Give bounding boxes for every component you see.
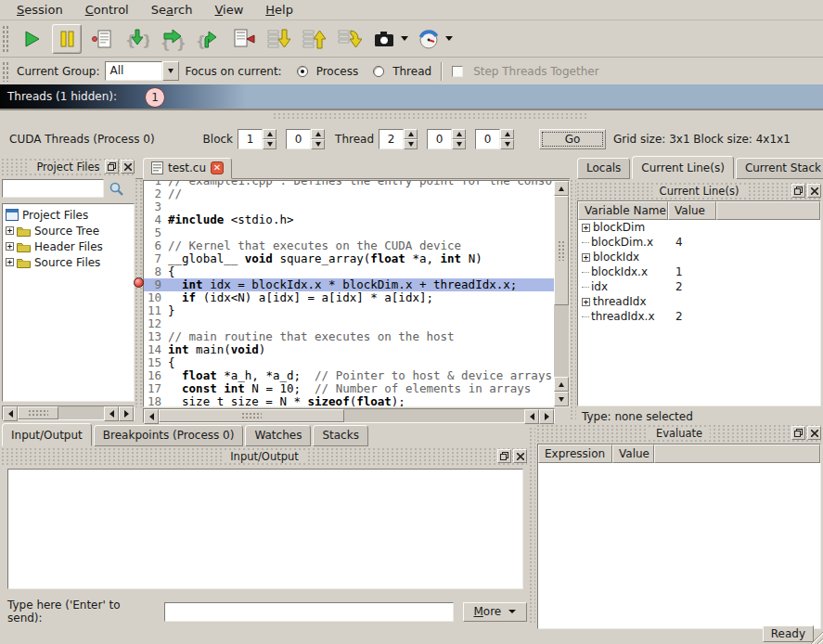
snapshot-dropdown-caret[interactable]	[401, 36, 408, 41]
scrollbar-thumb[interactable]	[554, 196, 569, 305]
expand-plus-icon[interactable]: +	[582, 298, 590, 306]
close-icon[interactable]	[807, 184, 821, 198]
code-line-16[interactable]: 16 float *a_h, *a_d; // Pointer to host …	[144, 369, 554, 382]
menu-control[interactable]: Control	[76, 1, 138, 19]
line-number[interactable]: 8	[144, 265, 168, 278]
spin-up-button[interactable]	[452, 129, 466, 139]
block-y-value[interactable]: 0	[286, 129, 311, 149]
code-line-9[interactable]: 9 int idx = blockIdx.x * blockDim.x + th…	[144, 278, 554, 291]
column-expression[interactable]: Expression	[538, 444, 612, 463]
vertical-splitter[interactable]	[571, 180, 576, 421]
line-number[interactable]: 10	[144, 291, 168, 304]
line-number[interactable]: 5	[144, 226, 168, 239]
cuda-go-button[interactable]: Go	[539, 129, 606, 149]
spin-up-button[interactable]	[263, 129, 276, 139]
expand-plus-icon[interactable]: +	[6, 226, 14, 235]
more-button[interactable]: More	[463, 602, 527, 622]
step-button[interactable]: {}	[158, 24, 187, 54]
project-files-hscrollbar[interactable]	[2, 406, 135, 420]
controlrow-drag-handle[interactable]	[2, 61, 9, 82]
block-x-spinner[interactable]: 1	[238, 129, 276, 149]
editor-splitter-strip[interactable]	[135, 180, 143, 407]
variable-row[interactable]: +threadIdx	[578, 294, 820, 309]
code-area[interactable]: 1// example1.cpp : Defines the entry poi…	[144, 181, 554, 406]
tab-watches[interactable]: Watches	[245, 425, 311, 446]
spin-down-button[interactable]	[452, 139, 466, 149]
menu-help[interactable]: Help	[256, 1, 302, 19]
spin-up-button[interactable]	[500, 129, 514, 139]
editor-vscrollbar[interactable]	[554, 181, 569, 406]
step-threads-checkbox[interactable]	[452, 66, 463, 77]
thread-z-value[interactable]: 0	[475, 129, 500, 149]
line-number[interactable]: 15	[144, 356, 168, 369]
line-number[interactable]: 17	[144, 382, 168, 395]
io-console[interactable]	[7, 469, 523, 589]
code-line-10[interactable]: 10 if (idx<N) a[idx] = a[idx] * a[idx];	[144, 291, 554, 304]
code-line-5[interactable]: 5	[144, 226, 554, 239]
undock-button[interactable]	[105, 160, 119, 174]
close-icon[interactable]	[121, 160, 135, 174]
replay-button[interactable]	[414, 24, 444, 54]
menu-view[interactable]: View	[205, 1, 252, 19]
tab-input-output[interactable]: Input/Output	[2, 423, 92, 446]
expand-plus-icon[interactable]: +	[6, 258, 14, 266]
scroll-left-button[interactable]	[3, 406, 18, 421]
thread-radio-label[interactable]: Thread	[392, 65, 431, 78]
variable-row[interactable]: +blockDim	[578, 220, 820, 235]
out-button[interactable]: {	[193, 24, 223, 54]
line-number[interactable]: 11	[144, 304, 168, 317]
thread-x-spinner[interactable]: 2	[379, 129, 418, 149]
thread-radio[interactable]	[373, 66, 384, 77]
code-line-14[interactable]: 14int main(void)	[144, 343, 554, 356]
thread-y-spinner[interactable]: 0	[427, 129, 466, 149]
thread-down-button[interactable]	[264, 24, 293, 54]
line-number[interactable]: 4	[144, 213, 168, 226]
code-line-13[interactable]: 13// main routine that executes on the h…	[144, 330, 554, 343]
spin-down-button[interactable]	[500, 139, 514, 149]
tab-close-icon[interactable]: ✕	[211, 161, 224, 174]
snapshot-button[interactable]	[369, 24, 399, 54]
current-group-combo[interactable]: All	[105, 61, 179, 81]
thread-z-spinner[interactable]: 0	[475, 129, 514, 149]
tab-breakpoints-process-0-[interactable]: Breakpoints (Process 0)	[94, 425, 244, 446]
block-y-spinner[interactable]: 0	[286, 129, 325, 149]
block-x-value[interactable]: 1	[238, 129, 263, 149]
code-line-2[interactable]: 2//	[144, 187, 554, 200]
search-icon[interactable]	[109, 181, 124, 197]
undock-button[interactable]	[791, 184, 805, 198]
line-number[interactable]: 16	[144, 369, 168, 382]
code-line-8[interactable]: 8{	[144, 265, 554, 278]
project-files-search-input[interactable]	[2, 179, 104, 198]
scroll-left-button[interactable]	[104, 406, 119, 421]
variable-row[interactable]: idx2	[578, 279, 820, 294]
tab-current-line-s-[interactable]: Current Line(s)	[632, 156, 734, 179]
spin-down-button[interactable]	[311, 139, 325, 149]
close-icon[interactable]	[807, 426, 821, 440]
line-number[interactable]: 2	[144, 187, 168, 200]
expand-plus-icon[interactable]: +	[582, 224, 590, 232]
thread-x-value[interactable]: 2	[379, 129, 404, 149]
undock-button[interactable]	[497, 449, 511, 463]
code-line-11[interactable]: 11}	[144, 304, 554, 317]
tree-folder-source-files[interactable]: +Source Files	[6, 254, 134, 270]
scrollbar-thumb[interactable]	[18, 406, 58, 419]
tab-current-stack[interactable]: Current Stack	[736, 158, 823, 179]
menu-session[interactable]: Session	[7, 1, 72, 19]
variable-row[interactable]: threadIdx.x2	[578, 309, 820, 324]
kill-button[interactable]	[87, 24, 117, 54]
code-line-15[interactable]: 15{	[144, 356, 554, 369]
undock-button[interactable]	[791, 426, 805, 440]
menu-search[interactable]: Search	[142, 1, 202, 19]
process-radio[interactable]	[297, 66, 308, 77]
line-number[interactable]: 7	[144, 252, 168, 265]
scroll-right-button[interactable]	[119, 406, 134, 421]
tree-folder-header-files[interactable]: +Header Files	[6, 238, 134, 254]
line-number[interactable]: 18	[144, 395, 168, 406]
variable-row[interactable]: +blockIdx	[578, 250, 820, 264]
scroll-down-button[interactable]	[554, 392, 569, 406]
tab-test-cu[interactable]: test.cu ✕	[143, 158, 232, 179]
toolbar-drag-handle[interactable]	[2, 25, 9, 53]
thread-up-button[interactable]	[299, 24, 328, 54]
expand-plus-icon[interactable]: +	[582, 253, 590, 262]
expand-plus-icon[interactable]: +	[6, 242, 14, 251]
